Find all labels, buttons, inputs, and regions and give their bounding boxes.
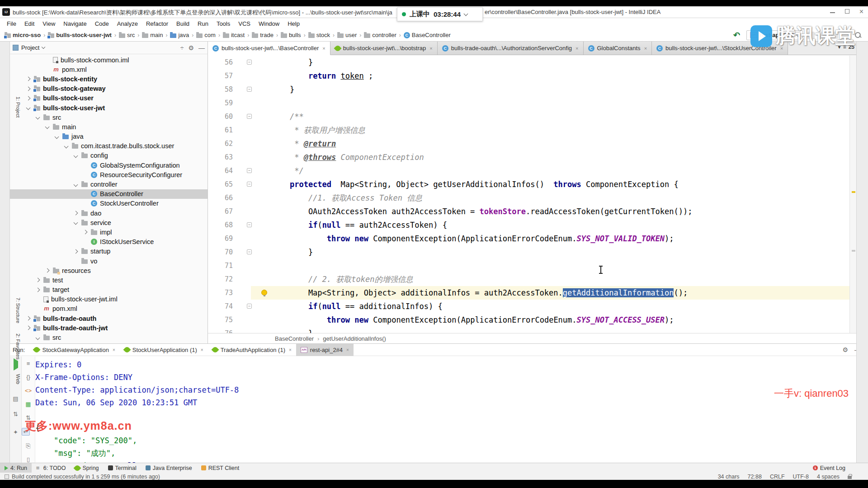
editor-tab-bootstrap[interactable]: bulls-stock-user-jwt\...\bootstrap× <box>330 42 438 55</box>
breadcrumb-item-stock[interactable]: stock <box>307 32 331 38</box>
tool-window-button-rest-client[interactable]: REST Client <box>197 463 244 473</box>
tool-button-maven[interactable]: Maven <box>857 60 868 100</box>
tree-item-pom.xml[interactable]: mpom.xml <box>10 304 208 314</box>
menu-item-edit[interactable]: Edit <box>20 20 38 27</box>
chevron-down-icon[interactable] <box>36 335 40 340</box>
chevron-down-icon[interactable] <box>74 154 78 158</box>
maximize-button[interactable] <box>845 8 849 16</box>
breadcrumb-item-user[interactable]: user <box>336 32 358 38</box>
status-widget-72-88[interactable]: 72:88 <box>748 474 762 480</box>
run-tab-StockGatewayApplication[interactable]: StockGatewayApplication× <box>29 344 119 356</box>
editor-tab-AuthorizationServerConfig[interactable]: Cbulls-trade-oauth\...\AuthorizationServ… <box>438 42 584 55</box>
menu-item-help[interactable]: Help <box>283 20 304 27</box>
chevron-right-icon[interactable] <box>45 268 50 273</box>
fold-marker-icon[interactable]: − <box>247 304 252 309</box>
tool-button-database[interactable]: Database <box>857 154 868 194</box>
breadcrumb-item-micro-sso[interactable]: micro-sso <box>4 32 42 38</box>
editor-tab-GlobalConstants[interactable]: CGlobalConstants× <box>584 42 652 55</box>
chevron-down-icon[interactable] <box>74 182 78 187</box>
tree-item-GlobalSystemConfiguration[interactable]: CGlobalSystemConfiguration <box>10 160 208 170</box>
chevron-down-icon[interactable] <box>26 106 31 110</box>
collapse-all-icon[interactable]: ÷ <box>180 44 184 52</box>
chevron-down-icon[interactable] <box>36 115 40 120</box>
chevron-right-icon[interactable] <box>26 326 31 330</box>
tool-button-1-project[interactable]: 1: Project <box>0 91 10 123</box>
breadcrumb-item-BaseController[interactable]: CBaseController <box>403 32 452 38</box>
tree-item-bulls-trade-oauth[interactable]: bulls-trade-oauth <box>10 314 208 323</box>
tree-item-src[interactable]: src <box>10 333 208 342</box>
braces-icon[interactable]: {} <box>22 374 35 380</box>
tree-item-StockUserController[interactable]: CStockUserController <box>10 199 208 208</box>
gear-icon[interactable]: ⚙ <box>188 44 194 52</box>
tool-window-button-spring[interactable]: Spring <box>70 463 103 473</box>
tree-item-test[interactable]: test <box>10 275 208 285</box>
close-icon[interactable]: × <box>289 347 292 352</box>
chevron-right-icon[interactable] <box>74 211 78 216</box>
project-panel-title[interactable]: Project <box>21 44 39 51</box>
fold-marker-icon[interactable]: − <box>247 168 252 173</box>
tree-item-com.itcast.trade.bulls.stock.user[interactable]: com.itcast.trade.bulls.stock.user <box>10 141 208 151</box>
tree-item-dao[interactable]: dao <box>10 208 208 218</box>
breadcrumb-item-trade[interactable]: trade <box>251 32 274 38</box>
menu-item-file[interactable]: File <box>3 20 20 27</box>
live-class-overlay[interactable]: 上课中 03:28:44 <box>397 7 483 21</box>
menu-item-analyze[interactable]: Analyze <box>113 20 142 27</box>
tree-item-vo[interactable]: vo <box>10 256 208 266</box>
menu-item-vcs[interactable]: VCS <box>234 20 255 27</box>
search-everywhere-icon[interactable] <box>854 32 862 39</box>
menu-item-window[interactable]: Window <box>255 20 283 27</box>
headers-icon[interactable]: ▦ <box>22 401 35 408</box>
fold-marker-icon[interactable]: − <box>247 249 252 254</box>
restore-layout-icon[interactable]: ▤ <box>10 395 21 402</box>
tool-button-2-favorites[interactable]: 2: Favorites <box>0 331 10 362</box>
editor-tab-BaseController[interactable]: Cbulls-stock-user-jwt\...\BaseController… <box>208 42 330 55</box>
tree-item-bulls-stock-user-jwt[interactable]: bulls-stock-user-jwt <box>10 103 208 113</box>
breadcrumb-item-main[interactable]: main <box>141 32 164 38</box>
print-icon[interactable]: ⎘ <box>22 442 35 450</box>
minimize-button[interactable] <box>830 8 835 16</box>
tree-item-controller[interactable]: controller <box>10 179 208 189</box>
tool-window-button-event-log[interactable]: 1Event Log <box>808 463 850 473</box>
run-tab-StockUserApplication-1-[interactable]: StockUserApplication (1)× <box>120 344 208 356</box>
chevron-right-icon[interactable] <box>26 77 31 81</box>
breadcrumb-item-bulls-stock-user-jwt[interactable]: bulls-stock-user-jwt <box>47 32 113 38</box>
run-tab-TradeAuthApplication-1-[interactable]: TradeAuthApplication (1)× <box>208 344 296 356</box>
tree-item-src[interactable]: src <box>10 113 208 122</box>
close-icon[interactable]: × <box>576 46 578 51</box>
chevron-down-icon[interactable] <box>64 144 69 148</box>
hide-panel-icon[interactable]: — <box>198 44 205 52</box>
chevron-down-icon[interactable] <box>45 125 50 129</box>
tree-item-config[interactable]: config <box>10 151 208 160</box>
tree-item-bulls-stock-gateway[interactable]: bulls-stock-gateway <box>10 84 208 94</box>
back-arrow-icon[interactable]: ↶ <box>733 30 740 40</box>
code-editor[interactable]: 56− }57 return token ;58− }5960− /**61 *… <box>208 56 849 333</box>
breadcrumb-item-bulls[interactable]: bulls <box>280 32 302 38</box>
menu-item-tools[interactable]: Tools <box>212 20 234 27</box>
tree-item-resources[interactable]: resources <box>10 266 208 275</box>
tree-item-service[interactable]: service <box>10 218 208 227</box>
breadcrumb-item-itcast[interactable]: itcast <box>222 32 245 38</box>
menu-item-view[interactable]: View <box>38 20 59 27</box>
tree-item-java[interactable]: java <box>10 132 208 141</box>
fold-marker-icon[interactable]: − <box>247 222 252 227</box>
tree-item-bulls-trade-oauth-jwt[interactable]: bulls-trade-oauth-jwt <box>10 323 208 333</box>
menu-item-navigate[interactable]: Navigate <box>59 20 90 27</box>
close-icon[interactable]: × <box>322 46 325 51</box>
fold-marker-icon[interactable]: − <box>247 87 252 92</box>
tree-item-target[interactable]: target <box>10 285 208 295</box>
tool-window-button-6-todo[interactable]: ≡6: TODO <box>32 463 71 473</box>
menu-item-refactor[interactable]: Refactor <box>142 20 172 27</box>
breadcrumb-item-java[interactable]: java <box>169 32 190 38</box>
chevron-right-icon[interactable] <box>26 96 31 100</box>
rerun-icon[interactable] <box>10 361 21 368</box>
tree-item-bulls-stock-entity[interactable]: bulls-stock-entity <box>10 74 208 84</box>
tool-button-bean-validation[interactable]: Bean Validation <box>857 201 868 241</box>
chevron-right-icon[interactable] <box>26 86 31 91</box>
tree-item-bulls-stock-user-jwt.iml[interactable]: bulls-stock-user-jwt.iml <box>10 295 208 304</box>
close-icon[interactable]: × <box>346 347 349 352</box>
status-widget-crlf[interactable]: CRLF <box>770 474 785 480</box>
close-icon[interactable]: × <box>113 347 115 352</box>
tool-window-button-java-enterprise[interactable]: Java Enterprise <box>141 463 197 473</box>
tree-item-pom.xml[interactable]: mpom.xml <box>10 65 208 74</box>
status-widget-34-chars[interactable]: 34 chars <box>718 474 740 480</box>
